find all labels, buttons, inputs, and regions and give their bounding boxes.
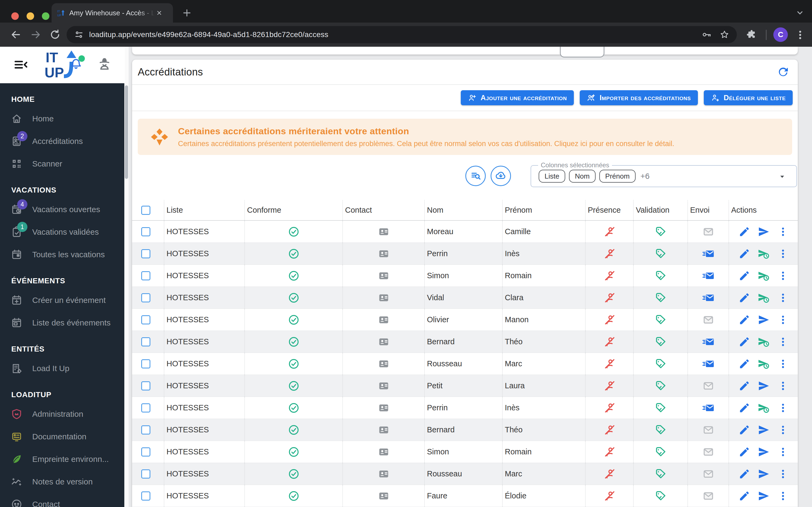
browser-tab[interactable]: ITUP Amy Winehouse - Accès - Loa: [52, 3, 173, 22]
row-menu-icon[interactable]: [777, 424, 789, 436]
contact-card-icon[interactable]: [378, 468, 390, 480]
contact-card-icon[interactable]: [378, 490, 390, 502]
row-checkbox[interactable]: [141, 403, 151, 412]
column-chip[interactable]: Nom: [569, 170, 595, 183]
row-checkbox[interactable]: [141, 271, 151, 280]
tab-close-icon[interactable]: [155, 8, 164, 17]
row-checkbox[interactable]: [141, 381, 151, 390]
warning-banner[interactable]: Certaines accréditations mériteraient vo…: [138, 119, 792, 155]
row-checkbox[interactable]: [141, 492, 151, 501]
row-checkbox[interactable]: [141, 359, 151, 369]
column-header-nom[interactable]: Nom: [424, 200, 502, 220]
refresh-icon[interactable]: [777, 65, 790, 78]
sidebar-item-home[interactable]: Home: [0, 107, 125, 130]
window-zoom-button[interactable]: [42, 12, 49, 20]
row-menu-icon[interactable]: [777, 314, 789, 326]
row-checkbox[interactable]: [141, 469, 151, 478]
back-button[interactable]: [10, 29, 22, 41]
site-settings-icon[interactable]: [73, 29, 84, 40]
sidebar-item-vacations-valid-es[interactable]: 1Vacations validées: [0, 221, 125, 243]
edit-icon[interactable]: [738, 247, 751, 260]
edit-icon[interactable]: [738, 446, 751, 458]
impersonation-user-icon[interactable]: [97, 56, 112, 71]
export-download-button[interactable]: [490, 166, 511, 186]
browser-profile-avatar[interactable]: C: [773, 27, 788, 42]
row-checkbox[interactable]: [141, 447, 151, 456]
url-bar[interactable]: loaditup.app/events/e499e62a-6894-49a0-a…: [67, 26, 737, 43]
contact-card-icon[interactable]: [378, 424, 390, 436]
window-close-button[interactable]: [11, 12, 19, 20]
import-accreditations-button[interactable]: Importer des accréditations: [580, 90, 698, 105]
new-tab-button[interactable]: [181, 7, 192, 18]
sidebar-item-notes-de-version[interactable]: Notes de version: [0, 470, 125, 493]
contact-card-icon[interactable]: [378, 402, 390, 414]
row-menu-icon[interactable]: [777, 380, 789, 392]
scheduled-send-icon[interactable]: [757, 402, 770, 414]
row-checkbox[interactable]: [141, 315, 151, 324]
edit-icon[interactable]: [738, 226, 751, 238]
columns-selector[interactable]: Colonnes sélectionnées ListeNomPrénom +6: [531, 165, 797, 187]
contact-card-icon[interactable]: [378, 336, 390, 348]
send-icon[interactable]: [757, 226, 770, 238]
sidebar-scrollbar[interactable]: [124, 47, 129, 507]
row-menu-icon[interactable]: [777, 402, 789, 414]
scheduled-send-icon[interactable]: [757, 336, 770, 348]
row-menu-icon[interactable]: [777, 226, 789, 238]
column-header-contact[interactable]: Contact: [342, 200, 424, 220]
contact-card-icon[interactable]: [378, 270, 390, 282]
scheduled-send-icon[interactable]: [757, 247, 770, 260]
send-icon[interactable]: [757, 446, 770, 458]
send-icon[interactable]: [757, 468, 770, 480]
contact-card-icon[interactable]: [378, 446, 390, 458]
send-icon[interactable]: [757, 314, 770, 326]
forward-button[interactable]: [30, 29, 42, 41]
edit-icon[interactable]: [738, 424, 751, 436]
sidebar-collapse-icon[interactable]: [11, 57, 31, 72]
column-chip[interactable]: Liste: [539, 170, 565, 183]
edit-icon[interactable]: [738, 336, 751, 348]
search-list-button[interactable]: [465, 166, 486, 186]
row-menu-icon[interactable]: [777, 490, 789, 502]
edit-icon[interactable]: [738, 292, 751, 304]
sidebar-item-documentation[interactable]: Documentation: [0, 426, 125, 448]
row-checkbox[interactable]: [141, 293, 151, 302]
bookmark-star-icon[interactable]: [719, 29, 730, 40]
sidebar-item-load-it-up[interactable]: Load It Up: [0, 357, 125, 380]
column-header-validation[interactable]: Validation: [633, 200, 687, 220]
sidebar-item-administration[interactable]: Administration: [0, 403, 125, 426]
password-key-icon[interactable]: [701, 29, 712, 40]
column-chip[interactable]: Prénom: [599, 170, 636, 183]
row-menu-icon[interactable]: [777, 292, 789, 304]
sidebar-item-contact[interactable]: Contact: [0, 493, 125, 507]
row-menu-icon[interactable]: [777, 446, 789, 458]
contact-card-icon[interactable]: [378, 226, 390, 238]
sidebar-scrollbar-thumb[interactable]: [125, 86, 128, 179]
column-header-envoi[interactable]: Envoi: [687, 200, 729, 220]
sidebar-item-empreinte-environn-[interactable]: Empreinte environn...: [0, 448, 125, 470]
scheduled-send-icon[interactable]: [757, 358, 770, 370]
sidebar-item-accr-ditations[interactable]: 2Accréditations: [0, 130, 125, 153]
edit-icon[interactable]: [738, 358, 751, 370]
scheduled-send-icon[interactable]: [757, 270, 770, 282]
dropdown-caret-icon[interactable]: [779, 173, 786, 180]
tab-search-chevron-icon[interactable]: [795, 7, 805, 18]
contact-card-icon[interactable]: [378, 358, 390, 370]
sidebar-item-toutes-les-vacations[interactable]: Toutes les vacations: [0, 243, 125, 266]
scheduled-send-icon[interactable]: [757, 292, 770, 304]
reload-button[interactable]: [49, 29, 61, 41]
extensions-icon[interactable]: [746, 29, 757, 41]
row-checkbox[interactable]: [141, 227, 151, 236]
delegate-list-button[interactable]: Déléguer une liste: [704, 90, 793, 105]
row-menu-icon[interactable]: [777, 358, 789, 370]
sidebar-item-scanner[interactable]: Scanner: [0, 153, 125, 175]
row-menu-icon[interactable]: [777, 270, 789, 282]
edit-icon[interactable]: [738, 490, 751, 502]
add-accreditation-button[interactable]: Ajouter une accréditation: [461, 90, 574, 105]
edit-icon[interactable]: [738, 380, 751, 392]
row-checkbox[interactable]: [141, 249, 151, 258]
edit-icon[interactable]: [738, 468, 751, 480]
send-icon[interactable]: [757, 424, 770, 436]
contact-card-icon[interactable]: [378, 292, 390, 304]
contact-card-icon[interactable]: [378, 314, 390, 326]
send-icon[interactable]: [757, 380, 770, 392]
